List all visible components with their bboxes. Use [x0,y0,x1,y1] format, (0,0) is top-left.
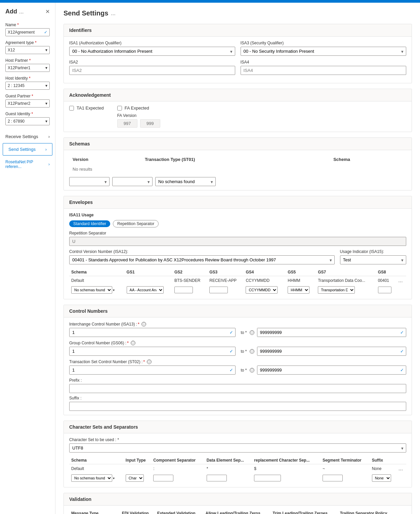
ta1-label: TA1 Expected [77,105,104,111]
sidebar-item-rosettanet[interactable]: RosettaNet PIP referen... › [0,156,55,172]
host-identity-label: Host Identity * [5,76,50,81]
gs06-input[interactable] [70,347,227,355]
gs7-select[interactable]: Transportation Da... [318,286,355,294]
schemas-table: Version Transaction Type (ST01) Schema N… [69,154,406,174]
chevron-down-icon: ▾ [45,48,47,52]
gs3-input[interactable] [209,287,228,293]
sidebar-item-receive-settings[interactable]: Receive Settings › [0,131,55,142]
isa13-to-label: to * [241,330,247,335]
repetition-separator-tag[interactable]: Repetition Separator [113,220,159,227]
guest-partner-select[interactable]: X12Partner2 ▾ [5,99,50,108]
char-default-dots-button[interactable]: ... [398,466,403,472]
sidebar-title: Add [5,8,17,15]
st02-to-check-icon: ✓ [398,368,406,373]
gs1-select[interactable]: AA - Account Anal... [127,286,164,294]
sidebar-item-send-settings[interactable]: Send Settings › [3,143,52,156]
val-allow-leading-col: Allow Leading/Trailing Zeros [203,510,270,514]
gs5-select[interactable]: HHMM [288,286,309,294]
gs06-to-info-icon[interactable]: ⓘ [250,349,254,354]
control-version-select[interactable]: 00401 - Standards Approved for Publicati… [69,255,335,264]
gs06-label: Group Control Number (GS06) : [69,341,126,345]
suffix-input[interactable] [69,402,406,411]
st02-label: Transaction Set Control Number (ST02) : [69,359,142,364]
gs06-to-input[interactable] [257,347,398,355]
main-header: Send Settings ... [64,9,412,17]
acknowledgement-header: Acknowledgement [64,89,412,101]
identifiers-section: Identifiers ISA1 (Authorization Qualifie… [64,24,412,83]
char-default-row: Default : * $ ~ None ... [69,464,406,473]
agreement-type-select[interactable]: X12 ▾ [5,46,50,54]
char-suffix-select[interactable]: None [372,474,391,482]
close-icon[interactable]: ✕ [45,8,50,15]
schema-col-header: Schema [331,155,406,164]
isa2-input[interactable] [69,66,235,75]
isa4-input[interactable] [241,66,407,75]
host-partner-select[interactable]: X12Partner1 ▾ [5,64,50,72]
st02-info-icon[interactable]: ⓘ [147,359,152,364]
gs-default-dots-button[interactable]: ... [398,277,403,284]
prefix-input[interactable] [69,384,406,393]
rep-sep-input[interactable] [69,237,406,246]
st02-to-input[interactable] [257,366,398,374]
gs-actions-col [396,268,406,276]
sidebar-dots[interactable]: ... [19,9,24,15]
main-title: Send Settings [64,9,108,17]
agreement-type-label: Agreement type * [5,40,50,45]
replacement-char-input[interactable] [254,475,281,481]
isa13-to-info-icon[interactable]: ⓘ [250,330,254,335]
fa-label: FA Expected [125,105,149,111]
fa-997-input[interactable] [117,119,137,128]
gs-schema-select[interactable]: No schemas found [71,286,112,294]
gs06-info-icon[interactable]: ⓘ [131,341,135,345]
data-elem-sep-col: Data Element Sep... [205,457,252,464]
gs-schema-chevron: ▾ [113,288,115,292]
fa-999-input[interactable] [140,119,160,128]
char-schema-select[interactable]: No schemas found [71,474,112,482]
guest-partner-field-group: Guest Partner * X12Partner2 ▾ [0,92,55,110]
name-select[interactable]: X12Agreement ✓ [5,28,50,36]
host-identity-select[interactable]: 2 : 12345 ▾ [5,82,50,90]
schemas-add-row: No schemas found [69,174,406,186]
main-content: Send Settings ... Identifiers ISA1 (Auth… [55,3,420,514]
fa-version-group: FA Expected FA Version [117,105,160,128]
gs-schema-col: Schema [69,268,125,276]
val-extended-col: Extended Validation [155,510,204,514]
ta1-checkbox[interactable] [69,106,74,111]
isa13-info-icon[interactable]: ⓘ [141,322,146,327]
char-set-select[interactable]: UTF8 [69,443,406,453]
st02-input[interactable] [70,366,227,374]
gs-default-gs4: CCYYMMDD [244,276,286,285]
validation-section: Validation Message Type EDI Validation E… [64,493,412,514]
gs-table: Schema GS1 GS2 GS3 GS4 GS5 GS7 GS8 [69,268,406,295]
gs-default-row: Default BTS-SENDER RECEIVE-APP CCYYMMDD … [69,276,406,285]
schema-transaction-select[interactable] [112,177,153,186]
component-sep-input[interactable] [153,475,173,481]
guest-identity-select[interactable]: 2 : 67890 ▾ [5,117,50,125]
suffix-col: Suffix [370,457,396,464]
char-default-replacement: $ [252,464,321,473]
char-default-input-type [124,464,151,473]
schema-version-select[interactable] [69,177,110,186]
gs4-select[interactable]: CCYYMMDD [246,286,278,294]
validation-header: Validation [64,493,412,506]
gs8-input[interactable] [378,287,391,293]
st02-to-info-icon[interactable]: ⓘ [250,368,254,373]
isa1-select[interactable]: 00 - No Authorization Information Presen… [69,47,235,56]
envelopes-header: Envelopes [64,196,412,209]
schema-schema-select[interactable]: No schemas found [155,177,216,186]
isa3-select[interactable]: 00 - No Security Information Present [241,47,407,56]
fa-expected-checkbox[interactable] [117,106,122,111]
gs3-col: GS3 [207,268,244,276]
char-input-type-select[interactable]: Char [126,474,144,482]
main-title-dots[interactable]: ... [111,10,115,16]
gs06-check-icon: ✓ [227,349,235,354]
gs-default-gs2: BTS-SENDER [172,276,207,285]
usage-indicator-select[interactable]: Test [340,255,406,264]
data-elem-sep-input[interactable] [207,475,227,481]
standard-identifier-tag[interactable]: Standard Identifier [69,220,110,227]
isa13-input[interactable] [70,328,227,337]
segment-term-input[interactable] [323,475,343,481]
isa13-to-input[interactable] [257,328,398,337]
gs2-input[interactable] [174,287,193,293]
char-schema-chevron: ▾ [113,476,115,480]
